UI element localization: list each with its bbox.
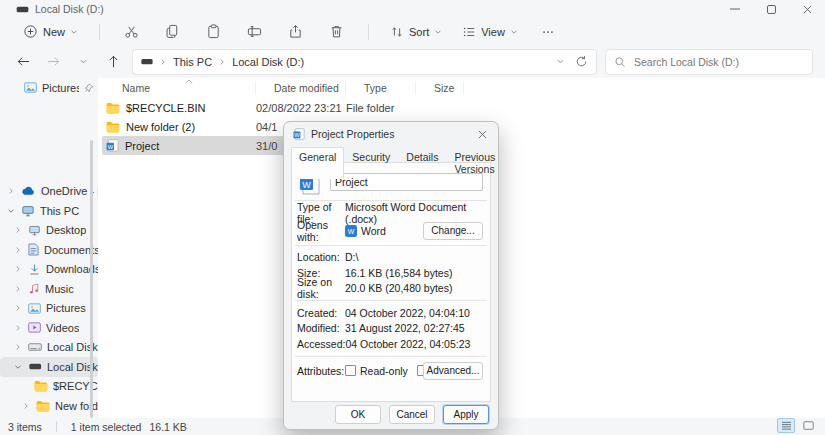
pin-icon: [84, 83, 98, 93]
window-titlebar: Local Disk (D:): [0, 0, 825, 18]
svg-text:W: W: [348, 228, 355, 235]
table-row[interactable]: $RECYCLE.BIN 02/08/2022 23:21 File folde…: [102, 98, 464, 117]
share-button[interactable]: [280, 21, 311, 42]
chevron-right-icon[interactable]: [13, 343, 23, 351]
apply-button[interactable]: Apply: [443, 405, 489, 424]
new-button[interactable]: New: [18, 21, 83, 42]
column-header-date-modified[interactable]: Date modified: [256, 81, 346, 95]
read-only-checkbox[interactable]: [345, 365, 356, 376]
chevron-right-icon[interactable]: [13, 285, 23, 293]
close-icon[interactable]: [475, 127, 489, 141]
chevron-right-icon[interactable]: [13, 304, 23, 312]
sidebar-item-desktop[interactable]: Desktop: [0, 221, 98, 241]
svg-text:W: W: [107, 144, 113, 150]
sidebar-item-pictures[interactable]: Pictures: [0, 299, 98, 319]
minimize-button[interactable]: [729, 3, 741, 15]
chevron-right-icon[interactable]: [13, 226, 23, 234]
sidebar-item-local-disk-c[interactable]: Local Disk (C:): [0, 338, 98, 358]
folder-icon: [36, 400, 50, 412]
sidebar-spacer: [0, 98, 98, 182]
folder-icon: [106, 121, 120, 133]
chevron-right-icon: [159, 58, 167, 66]
copy-button[interactable]: [157, 21, 188, 42]
sidebar-item-onedrive[interactable]: OneDrive - Perso: [0, 182, 98, 202]
search-box[interactable]: [605, 49, 813, 75]
divider: [295, 245, 487, 246]
sidebar-item-label: Music: [45, 283, 74, 295]
column-header-size[interactable]: Size: [416, 81, 464, 95]
advanced-button[interactable]: Advanced...: [423, 362, 483, 380]
tab-general[interactable]: General: [291, 147, 344, 179]
address-bar[interactable]: This PC Local Disk (D:): [132, 49, 597, 75]
forward-button[interactable]: [42, 51, 64, 73]
tab-details[interactable]: Details: [398, 147, 446, 179]
column-header-type[interactable]: Type: [346, 81, 416, 95]
large-icons-view-toggle[interactable]: [799, 418, 817, 433]
music-icon: [28, 282, 40, 295]
tab-security[interactable]: Security: [344, 147, 398, 179]
field-created: Created: 04 October 2022, 04:04:10: [292, 305, 490, 321]
sidebar-item-downloads[interactable]: Downloads: [0, 260, 98, 280]
field-accessed: Accessed: 04 October 2022, 04:05:23: [292, 336, 490, 352]
rename-button[interactable]: [239, 21, 270, 42]
column-header-name[interactable]: Name: [102, 81, 256, 95]
chevron-right-icon[interactable]: [13, 324, 23, 332]
field-size-on-disk: Size on disk: 20.0 KB (20,480 bytes): [292, 281, 490, 297]
svg-text:W: W: [294, 132, 300, 138]
view-button[interactable]: View: [457, 22, 523, 42]
item-count: 3 items: [8, 421, 42, 433]
view-list-icon: [462, 25, 476, 39]
sidebar-item-this-pc[interactable]: This PC: [0, 201, 98, 221]
chevron-down-icon[interactable]: [6, 207, 16, 215]
sidebar-item-videos[interactable]: Videos: [0, 318, 98, 338]
more-options-button[interactable]: [533, 22, 563, 42]
word-document-icon: W: [293, 128, 305, 140]
sidebar-item-recycle-bin-folder[interactable]: $RECYCLE.BIN: [0, 377, 98, 397]
refresh-icon[interactable]: [575, 55, 588, 68]
hard-drive-icon: [28, 363, 42, 370]
paste-button[interactable]: [198, 21, 229, 42]
address-dropdown-chevron-icon[interactable]: [556, 57, 565, 66]
back-button[interactable]: [12, 51, 34, 73]
navigation-bar: This PC Local Disk (D:): [0, 45, 825, 78]
chevron-down-icon[interactable]: [13, 363, 23, 371]
breadcrumb-this-pc[interactable]: This PC: [173, 56, 212, 68]
ok-button[interactable]: OK: [335, 405, 381, 424]
breadcrumb-current[interactable]: Local Disk (D:): [232, 56, 304, 68]
cancel-button[interactable]: Cancel: [389, 405, 435, 424]
tab-previous-versions[interactable]: Previous Versions: [446, 147, 503, 179]
folder-icon: [34, 380, 48, 392]
sidebar-item-music[interactable]: Music: [0, 279, 98, 299]
column-headers: Name Date modified Type Size: [102, 78, 464, 98]
drive-icon: [141, 58, 153, 65]
chevron-down-icon: [510, 28, 518, 36]
sidebar-item-pictures-pinned[interactable]: Pictures: [0, 78, 98, 98]
delete-button[interactable]: [321, 21, 352, 42]
search-icon: [614, 56, 626, 68]
sort-button[interactable]: Sort: [385, 22, 447, 42]
cut-button[interactable]: [116, 21, 147, 42]
sidebar-scrollbar[interactable]: [90, 140, 93, 418]
change-button[interactable]: Change...: [423, 222, 483, 240]
details-view-toggle[interactable]: [777, 418, 795, 433]
field-attributes: Attributes: Read-only Hidden Advanced...: [292, 361, 490, 381]
chevron-right-icon[interactable]: [13, 265, 23, 273]
recent-locations-chevron-icon[interactable]: [72, 51, 94, 73]
word-app-icon: W: [345, 225, 357, 237]
search-input[interactable]: [632, 55, 804, 69]
chevron-right-icon[interactable]: [21, 402, 31, 410]
sidebar-item-label: This PC: [40, 205, 79, 217]
close-button[interactable]: [801, 3, 813, 15]
maximize-button[interactable]: [765, 3, 777, 15]
chevron-right-icon[interactable]: [13, 246, 23, 254]
sidebar-item-new-folder[interactable]: New folder (2): [0, 396, 98, 416]
chevron-right-icon[interactable]: [6, 187, 16, 195]
chevron-down-icon: [434, 28, 442, 36]
drive-icon: [16, 6, 29, 13]
sidebar-item-local-disk-d[interactable]: Local Disk (D:): [0, 357, 98, 377]
sidebar-item-documents[interactable]: Documents: [0, 240, 98, 260]
navigation-pane: Pictures OneDrive - Perso This PC Deskto…: [0, 78, 98, 418]
up-button[interactable]: [102, 51, 124, 73]
file-name: Project: [125, 140, 159, 152]
svg-text:W: W: [302, 180, 311, 190]
